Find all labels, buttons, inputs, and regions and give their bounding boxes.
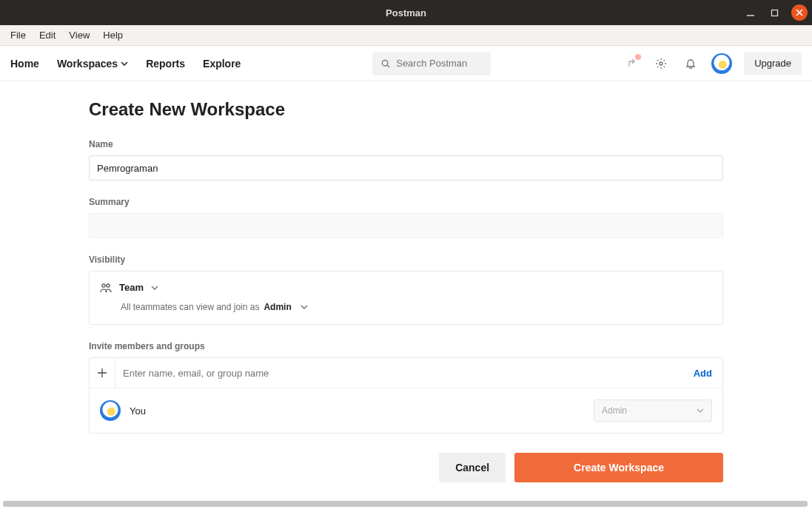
settings-icon[interactable] [652,55,670,73]
visibility-description[interactable]: All teammates can view and join as Admin [121,302,712,312]
cancel-button[interactable]: Cancel [439,453,506,482]
summary-input[interactable] [89,213,723,238]
member-role-select[interactable]: Admin [594,400,712,422]
visibility-role: Admin [264,302,291,312]
page-title: Create New Workspace [89,99,723,120]
svg-line-3 [387,65,389,67]
svg-point-4 [660,62,662,65]
workspace-name-input[interactable] [89,155,723,181]
nav-explore[interactable]: Explore [203,58,241,70]
search-input[interactable] [396,58,482,69]
invite-input[interactable] [115,358,683,388]
svg-rect-1 [771,10,777,16]
visibility-selector[interactable]: Team [100,282,712,293]
menu-help[interactable]: Help [97,28,129,42]
chevron-down-icon [121,61,128,66]
nav-workspaces-label: Workspaces [57,58,118,70]
maximize-button[interactable] [768,6,781,19]
add-button[interactable]: Add [683,368,722,379]
create-workspace-button[interactable]: Create Workspace [514,453,723,482]
nav-reports[interactable]: Reports [146,58,185,70]
sync-badge [635,54,641,60]
member-avatar [100,400,121,421]
visibility-label: Visibility [89,254,723,265]
upgrade-button[interactable]: Upgrade [744,52,802,75]
visibility-value: Team [119,282,144,293]
minimize-button[interactable] [744,6,757,19]
chevron-down-icon [151,286,158,290]
svg-point-2 [383,60,389,66]
plus-icon [90,368,115,378]
nav-workspaces[interactable]: Workspaces [57,58,128,70]
member-role-value: Admin [602,405,627,416]
visibility-sub-text: All teammates can view and join as [121,302,259,312]
chevron-down-icon [697,408,704,413]
menu-edit[interactable]: Edit [33,28,61,42]
team-icon [100,283,112,293]
svg-point-6 [107,283,110,286]
close-button[interactable] [791,4,808,21]
notifications-icon[interactable] [682,55,699,73]
name-label: Name [89,139,723,149]
window-title: Postman [386,7,426,18]
summary-label: Summary [89,197,723,207]
invite-label: Invite members and groups [89,341,723,351]
sync-icon[interactable] [623,55,640,73]
nav-home[interactable]: Home [10,58,39,70]
search-box[interactable] [372,52,491,75]
member-name: You [130,405,146,417]
horizontal-scrollbar[interactable] [3,501,808,507]
svg-point-5 [102,283,105,286]
member-row: You Admin [90,388,722,433]
chevron-down-icon [301,305,308,309]
user-avatar[interactable] [711,53,732,74]
menu-view[interactable]: View [63,28,95,42]
menu-file[interactable]: File [4,28,32,42]
search-icon [381,58,390,69]
